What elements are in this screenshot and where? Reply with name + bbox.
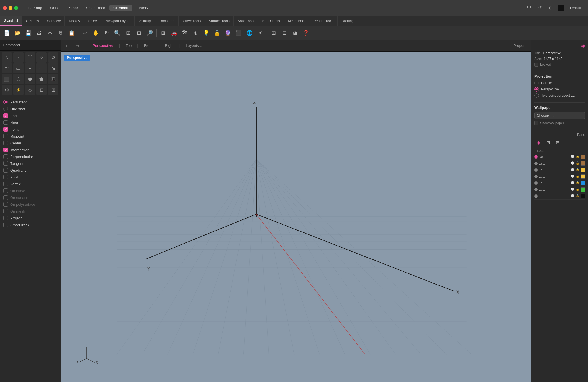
osnap-tangent[interactable]: Tangent [1,160,60,167]
tab-layouts[interactable]: Layouts... [181,42,207,49]
layer-eye-1[interactable]: ⚪ [570,161,574,165]
pan-icon[interactable]: ✋ [91,28,101,38]
gumball-tool-icon[interactable]: ⊕ [190,28,201,38]
tab-top[interactable]: Top [120,42,137,49]
onsurface-checkbox[interactable] [3,195,8,200]
solid-cyl-tool[interactable]: ⬢ [25,74,35,84]
osnap-center[interactable]: Center [1,140,60,146]
curve-tool[interactable]: ⌒ [25,52,35,63]
locked-checkbox[interactable] [534,63,538,67]
ortho-button[interactable]: Ortho [47,5,63,11]
fullscreen-button[interactable] [14,6,18,10]
ellipse-tool[interactable]: ◡ [36,63,47,73]
select-tool[interactable]: ↖ [2,52,12,63]
layer-eye-2[interactable]: ⚪ [570,168,574,172]
osnap-smarttrack[interactable]: SmartTrack [1,221,60,228]
parallel-radio[interactable] [534,81,539,85]
rect-tool[interactable]: ▭ [13,63,24,73]
print-icon[interactable]: 🖨 [34,28,44,38]
sunlight-icon[interactable]: ☀ [255,28,265,38]
osnap-point[interactable]: Point [1,126,60,133]
display-mode-icon[interactable]: 🌐 [244,28,255,38]
zoom-extent-icon[interactable]: ⊡ [134,28,144,38]
frame-tool[interactable]: ⊡ [36,85,47,95]
oncurve-checkbox[interactable] [3,188,8,193]
menu-cplanes[interactable]: CPlanes [22,16,43,26]
minimize-button[interactable] [9,6,12,10]
persistent-radio[interactable] [3,100,8,104]
planar-button[interactable]: Planar [64,5,82,11]
menu-viewport-layout[interactable]: Viewport Layout [102,16,135,26]
osnap-intersection[interactable]: Intersection [1,146,60,153]
two-point-option[interactable]: Two point perspectiv... [534,93,585,98]
end-checkbox[interactable] [3,113,8,118]
menu-solid-tools[interactable]: Solid Tools [234,16,258,26]
point-checkbox[interactable] [3,127,8,132]
osnap-vertex[interactable]: Vertex [1,180,60,187]
menu-render-tools[interactable]: Render Tools [309,16,338,26]
layer-color-4[interactable] [581,181,585,185]
properties-icon[interactable]: ◈ [581,43,585,49]
help-icon[interactable]: ❓ [301,28,311,38]
hat-tool[interactable]: 🎩 [48,74,58,84]
layer-color-2[interactable] [581,168,585,172]
paste-icon[interactable]: 📋 [66,28,77,38]
new-icon[interactable]: 📄 [2,28,12,38]
layer-row-default[interactable]: De... ⚪ 🔒 [534,154,585,160]
tab-right[interactable]: Right [160,42,178,49]
menu-transform[interactable]: Transform [155,16,179,26]
render-icon[interactable]: ◕ [290,28,300,38]
osnap-onmesh[interactable]: On mesh [1,208,60,215]
layer-row-2[interactable]: La... ⚪ 🔒 [534,167,585,173]
layer-lock-5[interactable]: 🔒 [576,188,579,192]
cut-icon[interactable]: ✂ [45,28,55,38]
center-checkbox[interactable] [3,141,8,145]
parallel-option[interactable]: Parallel [534,81,585,85]
menu-display[interactable]: Display [65,16,84,26]
layer-eye-4[interactable]: ⚪ [570,181,574,185]
tab-perspective[interactable]: Perspective [87,42,118,49]
layer-lock-2[interactable]: 🔒 [576,168,579,172]
osnap-quadrant[interactable]: Quadrant [1,167,60,174]
gumball-button[interactable]: Gumball [109,5,132,11]
osnap-perpendicular[interactable]: Perpendicular [1,153,60,160]
near-checkbox[interactable] [3,120,8,125]
osnap-midpoint[interactable]: Midpoint [1,133,60,140]
midpoint-checkbox[interactable] [3,134,8,138]
osnap-knot[interactable]: Knot [1,174,60,180]
color-swatch[interactable] [558,5,564,11]
arc-tool[interactable]: ⌣ [25,63,35,73]
layer-eye-3[interactable]: ⚪ [570,175,574,178]
filter-icon[interactable]: ⛉ [525,4,533,12]
viewport-rect-icon[interactable]: ▭ [73,42,81,50]
osnap-oneshot[interactable]: One shot [1,105,60,112]
oneshot-radio[interactable] [3,107,8,111]
osnap-onpolysurface[interactable]: On polysurface [1,201,60,208]
osnap-project[interactable]: Project [1,215,60,221]
layer-eye-6[interactable]: ⚪ [570,194,574,198]
undo-icon[interactable]: ↺ [536,4,544,12]
smarttrack-checkbox[interactable] [3,223,8,227]
command-bar[interactable]: Command [0,40,61,51]
lock-icon[interactable]: 🔒 [212,28,222,38]
menu-surface-tools[interactable]: Surface Tools [205,16,234,26]
onmesh-checkbox[interactable] [3,209,8,213]
pane-extra-icon[interactable]: ⊞ [554,138,562,146]
render-ball-icon[interactable]: ⬛ [233,28,244,38]
layer-eye-5[interactable]: ⚪ [570,188,574,192]
layer-lock-4[interactable]: 🔒 [576,181,579,185]
pane-layers-icon[interactable]: ◈ [534,138,542,146]
layer-row-1[interactable]: La... ⚪ 🔒 [534,160,585,167]
onpolysurface-checkbox[interactable] [3,202,8,207]
grid-icon[interactable]: ⊞ [158,28,168,38]
car-icon[interactable]: 🚗 [169,28,179,38]
detail-icon[interactable]: ⊟ [279,28,289,38]
layer-row-3[interactable]: La... ⚪ 🔒 [534,173,585,180]
layer-color-1[interactable] [581,161,585,166]
arrow-tool[interactable]: ↘ [48,63,58,73]
layer-eye-default[interactable]: ⚪ [570,155,574,159]
material-icon[interactable]: 🔮 [223,28,233,38]
tangent-checkbox[interactable] [3,161,8,166]
osnap-oncurve[interactable]: On curve [1,187,60,194]
zoom-icon[interactable]: 🔍 [112,28,122,38]
